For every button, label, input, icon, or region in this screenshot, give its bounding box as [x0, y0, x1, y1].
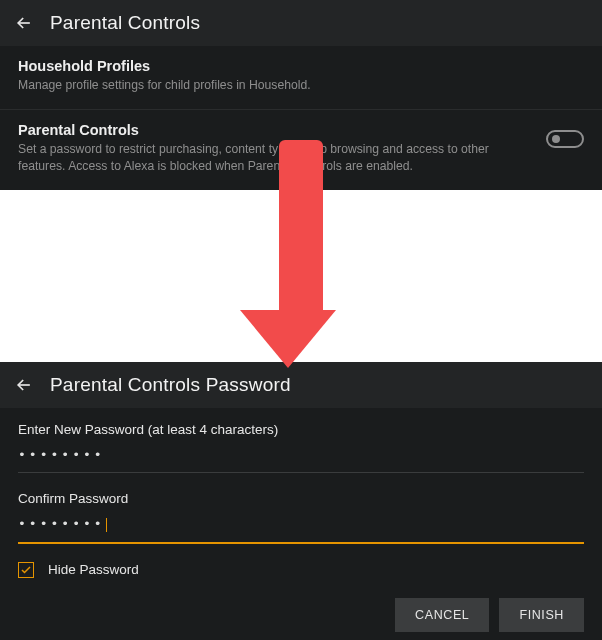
back-arrow-icon[interactable] — [14, 375, 34, 395]
button-row: CANCEL FINISH — [0, 578, 602, 632]
household-profiles-row[interactable]: Household Profiles Manage profile settin… — [0, 46, 602, 109]
back-arrow-icon[interactable] — [14, 13, 34, 33]
parental-desc: Set a password to restrict purchasing, c… — [18, 141, 498, 176]
header-bar: Parental Controls Password — [0, 362, 602, 408]
new-password-label: Enter New Password (at least 4 character… — [18, 422, 584, 437]
set-password-screen: Parental Controls Password Enter New Pas… — [0, 362, 602, 640]
page-title: Parental Controls Password — [50, 374, 291, 396]
page-title: Parental Controls — [50, 12, 200, 34]
instruction-gap — [0, 190, 602, 362]
cancel-button[interactable]: CANCEL — [395, 598, 489, 632]
down-arrow-icon — [266, 140, 336, 368]
header-bar: Parental Controls — [0, 0, 602, 46]
parental-controls-toggle[interactable] — [546, 130, 584, 148]
confirm-password-label: Confirm Password — [18, 491, 584, 506]
input-underline — [18, 472, 584, 473]
household-desc: Manage profile settings for child profil… — [18, 77, 498, 95]
household-title: Household Profiles — [18, 58, 584, 74]
text-cursor — [106, 518, 107, 532]
input-underline-active — [18, 542, 584, 544]
hide-password-label: Hide Password — [48, 562, 139, 577]
hide-password-row[interactable]: Hide Password — [18, 562, 584, 578]
toggle-knob — [552, 135, 560, 143]
finish-button[interactable]: FINISH — [499, 598, 584, 632]
new-password-input[interactable]: •••••••• — [18, 447, 584, 472]
confirm-password-input[interactable]: •••••••• — [18, 516, 584, 542]
parental-title: Parental Controls — [18, 122, 534, 138]
hide-password-checkbox[interactable] — [18, 562, 34, 578]
